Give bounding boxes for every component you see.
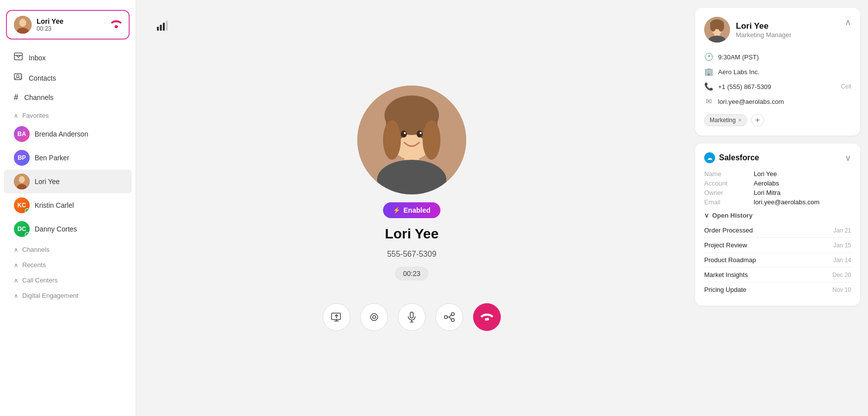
info-company-row: 🏢 Aero Labs Inc.: [704, 64, 851, 79]
svg-point-35: [451, 313, 454, 316]
active-call-name: Lori Yee: [37, 17, 63, 25]
sidebar-item-channels[interactable]: # Channels: [4, 88, 132, 107]
history-chevron-icon: ∨: [704, 212, 709, 219]
sf-email-value: lori.yee@aerolabs.com: [754, 198, 851, 206]
svg-point-6: [17, 75, 19, 78]
recents-label: Recents: [22, 261, 46, 269]
end-call-icon[interactable]: [111, 19, 122, 31]
svg-rect-16: [166, 21, 168, 31]
tag-remove-button[interactable]: ×: [738, 117, 742, 124]
sf-header-left: ☁ Salesforce: [704, 152, 759, 163]
status-dot-danny: [25, 232, 30, 237]
inbox-icon: [14, 52, 23, 63]
sf-email-label: Email: [704, 198, 749, 206]
call-centers-section-header[interactable]: ∧ Call Centers: [4, 272, 132, 287]
tag-add-button[interactable]: +: [751, 114, 764, 127]
svg-rect-30: [332, 313, 340, 320]
sidebar-item-contacts[interactable]: Contacts: [4, 68, 132, 88]
contact-time: 9:30AM (PST): [718, 53, 759, 61]
name-danny-cortes: Danny Cortes: [35, 225, 77, 233]
call-controls: [323, 303, 501, 331]
sf-header: ☁ Salesforce ∨: [704, 152, 851, 163]
sidebar-item-kristin-carlel[interactable]: KC Kristin Carlel: [4, 193, 132, 217]
info-time-row: 🕐 9:30AM (PST): [704, 49, 851, 64]
history-item-3[interactable]: Market Insights Dec 20: [704, 268, 851, 282]
status-dot-kristin: [25, 208, 30, 213]
svg-point-22: [383, 120, 401, 160]
history-item-date-2: Jan 14: [833, 257, 851, 264]
svg-point-41: [710, 22, 716, 32]
main-call-area: ⚡ Enabled Lori Yee 555-567-5309 00:23: [136, 0, 687, 416]
history-item-4[interactable]: Pricing Update Nov 10: [704, 282, 851, 297]
end-call-button[interactable]: [473, 303, 501, 331]
svg-point-23: [423, 120, 440, 160]
tag-marketing: Marketing ×: [704, 114, 747, 126]
caller-photo: [357, 86, 466, 194]
svg-point-27: [417, 131, 423, 138]
history-item-name-2: Product Roadmap: [704, 256, 756, 264]
salesforce-card: ☁ Salesforce ∨ Name Lori Yee Account Aer…: [695, 143, 860, 306]
svg-point-36: [451, 319, 454, 322]
caller-number: 555-567-5309: [387, 250, 436, 259]
channels-section-header[interactable]: ∧ Channels: [4, 241, 132, 256]
svg-point-28: [404, 132, 406, 134]
phone-type-label: Cell: [841, 83, 851, 90]
sf-name-value: Lori Yee: [754, 170, 851, 178]
sf-owner-row: Owner Lori Mitra: [704, 189, 851, 196]
history-label: Open History: [712, 212, 753, 219]
contacts-label: Contacts: [29, 74, 56, 82]
avatar-lori-yee: [14, 174, 30, 189]
active-call-card[interactable]: Lori Yee 00:23: [6, 10, 130, 40]
contact-phone: +1 (555) 867-5309: [718, 83, 771, 91]
active-call-info: Lori Yee 00:23: [37, 17, 63, 32]
sidebar-item-inbox[interactable]: Inbox: [4, 47, 132, 68]
name-brenda-anderson: Brenda Anderson: [35, 130, 88, 138]
clock-icon: 🕐: [704, 52, 713, 61]
badge-icon: ⚡: [393, 207, 400, 214]
svg-point-32: [373, 316, 376, 319]
recents-section-header[interactable]: ∧ Recents: [4, 256, 132, 272]
contacts-icon: [14, 73, 23, 83]
active-call-left: Lori Yee 00:23: [14, 16, 63, 34]
favorites-label: Favorites: [22, 112, 48, 119]
svg-rect-37: [484, 318, 489, 321]
history-item-name-3: Market Insights: [704, 271, 748, 278]
merge-button[interactable]: [435, 303, 463, 331]
screen-share-button[interactable]: [323, 303, 350, 331]
info-email-row: ✉ lori.yee@aerolabs.com: [704, 94, 851, 109]
call-container: ⚡ Enabled Lori Yee 555-567-5309 00:23: [323, 86, 501, 331]
enabled-badge: ⚡ Enabled: [383, 202, 440, 218]
digital-engagement-chevron-icon: ∧: [14, 292, 18, 299]
svg-rect-3: [114, 24, 118, 28]
history-item-2[interactable]: Product Roadmap Jan 14: [704, 253, 851, 268]
sf-name-row: Name Lori Yee: [704, 170, 851, 178]
avatar-danny-cortes: DC: [14, 221, 30, 237]
avatar-ben-parker: BP: [14, 150, 30, 166]
history-item-1[interactable]: Project Review Jan 15: [704, 238, 851, 253]
sidebar-item-brenda-anderson[interactable]: BA Brenda Anderson: [4, 122, 132, 146]
digital-engagement-section-header[interactable]: ∧ Digital Engagement: [4, 287, 132, 302]
favorites-section-header[interactable]: ∧ Favorites: [4, 107, 132, 122]
sidebar-item-lori-yee[interactable]: Lori Yee: [4, 170, 132, 193]
contact-name-title: Lori Yee Marketing Manager: [736, 21, 791, 39]
sidebar-item-danny-cortes[interactable]: DC Danny Cortes: [4, 217, 132, 241]
history-section-header[interactable]: ∨ Open History: [704, 212, 851, 219]
email-icon: ✉: [704, 97, 713, 106]
favorites-chevron-icon: ∧: [14, 112, 18, 119]
tags-row: Marketing × +: [704, 114, 851, 127]
video-button[interactable]: [360, 303, 388, 331]
history-item-0[interactable]: Order Processed Jan 21: [704, 223, 851, 238]
name-ben-parker: Ben Parker: [35, 154, 69, 162]
sf-collapse-icon[interactable]: ∨: [845, 152, 851, 163]
svg-rect-4: [14, 53, 22, 60]
mute-button[interactable]: [398, 303, 426, 331]
sidebar-item-ben-parker[interactable]: BP Ben Parker: [4, 146, 132, 170]
salesforce-title: Salesforce: [719, 153, 759, 162]
avatar-brenda-anderson: BA: [14, 126, 30, 142]
collapse-icon[interactable]: ∧: [845, 17, 851, 28]
channels-section-label: Channels: [22, 246, 49, 253]
history-item-name-0: Order Processed: [704, 227, 753, 234]
company-icon: 🏢: [704, 67, 713, 76]
call-centers-label: Call Centers: [22, 277, 58, 284]
contact-company: Aero Labs Inc.: [718, 68, 760, 76]
